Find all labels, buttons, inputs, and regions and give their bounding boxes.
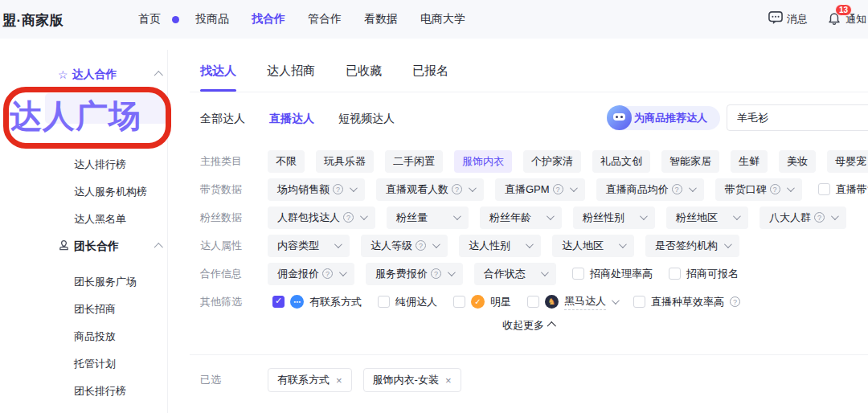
info-icon[interactable]: ?: [814, 212, 825, 223]
sidebar-section-leader[interactable]: 团长合作: [58, 239, 119, 254]
info-icon[interactable]: ?: [770, 184, 780, 194]
dropdown-filter[interactable]: 人群包找达人?: [268, 206, 375, 229]
dropdown-label-group: 粉丝地区: [676, 211, 718, 225]
selected-filter-chip[interactable]: 有联系方式×: [268, 368, 352, 392]
sidebar-item[interactable]: 达人排行榜: [74, 151, 147, 178]
dropdown-filter[interactable]: 达人性别: [459, 235, 541, 257]
sidebar-item[interactable]: 团长排行榜: [74, 378, 137, 405]
tab[interactable]: 已报名: [412, 50, 448, 92]
checkbox-icon[interactable]: [633, 296, 645, 308]
close-icon[interactable]: ×: [336, 374, 342, 386]
dropdown-filter[interactable]: 带货口碑?: [715, 178, 802, 201]
sidebar-item[interactable]: 团长服务广场: [74, 268, 137, 296]
checkbox-filter[interactable]: 招商处理率高: [572, 267, 653, 281]
nav-item[interactable]: 看数据: [364, 12, 398, 27]
nav-item[interactable]: 投商品: [195, 12, 229, 27]
dropdown-filter[interactable]: 达人地区: [552, 235, 634, 257]
checkbox-filter[interactable]: ⋯有联系方式: [272, 295, 362, 309]
sidebar-section-talent[interactable]: ☆ 达人合作: [58, 67, 117, 82]
sidebar-item[interactable]: 团长招商: [74, 296, 137, 323]
dropdown-filter[interactable]: 直播商品均价?: [596, 178, 704, 201]
filter-row: 其他筛选⋯有联系方式纯佣达人✓明星♞黑马达人直播种草效率高?: [190, 288, 868, 316]
talent-type-subtabs: 全部达人直播达人短视频达人: [200, 106, 395, 132]
checkbox-icon[interactable]: [527, 296, 539, 308]
close-icon[interactable]: ×: [445, 374, 452, 386]
info-icon[interactable]: ?: [553, 184, 563, 194]
info-icon[interactable]: ?: [431, 268, 441, 279]
subtab[interactable]: 短视频达人: [338, 112, 395, 126]
checkbox-icon[interactable]: [818, 183, 830, 195]
dropdown-label: 直播观看人数: [386, 182, 448, 197]
sidebar-item[interactable]: 商品投放: [74, 323, 137, 350]
collapse-more-button[interactable]: 收起更多: [190, 318, 868, 333]
dropdown-filter[interactable]: 佣金报价?: [268, 263, 354, 285]
dropdown-filter[interactable]: 达人等级?: [361, 235, 448, 257]
category-chip[interactable]: 美妆: [779, 150, 816, 173]
dropdown-filter[interactable]: 直播GPM?: [495, 178, 585, 201]
subtab[interactable]: 直播达人: [269, 112, 314, 126]
sidebar-item-talent-plaza[interactable]: 达人广场: [10, 94, 141, 138]
dropdown-filter[interactable]: 粉丝性别: [573, 206, 655, 229]
dropdown-filter[interactable]: 粉丝年龄: [480, 206, 562, 229]
category-chip[interactable]: 智能家居: [661, 150, 719, 173]
dropdown-filter[interactable]: 粉丝量: [387, 206, 469, 229]
tab[interactable]: 找达人: [200, 50, 236, 92]
tab[interactable]: 达人招商: [267, 50, 315, 92]
dropdown-filter[interactable]: 直播观看人数?: [376, 178, 484, 201]
nav-item[interactable]: 电商大学: [420, 12, 465, 27]
sidebar-item[interactable]: 达人黑名单: [74, 206, 147, 233]
filter-items: 佣金报价?服务费报价?合作状态招商处理率高招商可报名: [268, 263, 739, 285]
checkbox-checked-icon[interactable]: [272, 296, 285, 308]
caret-down-icon: [339, 268, 347, 276]
category-chip[interactable]: 礼品文创: [592, 150, 650, 173]
info-icon[interactable]: ?: [322, 268, 333, 279]
category-chip[interactable]: 二手闲置: [385, 150, 443, 173]
sidebar-leader-list: 团长服务广场团长招商商品投放托管计划团长排行榜: [74, 268, 137, 405]
dropdown-filter[interactable]: 服务费报价?: [366, 263, 463, 285]
checkbox-icon[interactable]: [572, 268, 584, 280]
checkbox-filter[interactable]: 招商可报名: [669, 267, 739, 281]
checkbox-filter[interactable]: 直播种草效率高?: [633, 295, 740, 309]
category-chip[interactable]: 生鲜: [731, 150, 768, 173]
category-chip[interactable]: 个护家清: [523, 150, 581, 173]
info-icon[interactable]: ?: [452, 184, 462, 194]
checkbox-filter[interactable]: ✓明星: [453, 295, 511, 309]
dropdown-filter[interactable]: 合作状态: [474, 263, 556, 285]
nav-item[interactable]: 找合作: [252, 12, 285, 27]
dropdown-filter[interactable]: 粉丝地区: [666, 206, 748, 229]
selected-filter-chip[interactable]: 服饰内衣-女装×: [363, 368, 461, 392]
dropdown-filter[interactable]: 八大人群?: [760, 206, 846, 229]
dropdown-filter[interactable]: 是否签约机构: [645, 235, 739, 257]
info-icon[interactable]: ?: [333, 184, 343, 194]
checkbox-label: 招商可报名: [686, 267, 739, 281]
dropdown-filter[interactable]: 内容类型: [268, 235, 350, 257]
sidebar-item[interactable]: 达人服务机构榜: [74, 178, 147, 206]
checkbox-icon[interactable]: [669, 268, 681, 280]
search-input[interactable]: [727, 104, 868, 131]
info-icon[interactable]: ?: [343, 212, 354, 223]
checkbox-filter[interactable]: 纯佣达人: [378, 295, 437, 309]
info-icon[interactable]: ?: [730, 296, 740, 307]
checkbox-icon[interactable]: [453, 296, 465, 308]
checkbox-icon[interactable]: [378, 296, 390, 308]
recommend-talent-button[interactable]: 为商品推荐达人: [607, 106, 720, 130]
nav-item[interactable]: 管合作: [308, 12, 342, 27]
category-chip[interactable]: 母婴宠: [827, 150, 868, 173]
subtab[interactable]: 全部达人: [200, 112, 245, 126]
dropdown-label: 粉丝性别: [583, 211, 624, 225]
category-chip[interactable]: 服饰内衣: [454, 150, 512, 173]
caret-down-icon: [733, 212, 741, 220]
checkbox-filter[interactable]: ♞黑马达人: [527, 294, 617, 310]
tab[interactable]: 已收藏: [346, 50, 382, 92]
sidebar-item[interactable]: 托管计划: [74, 350, 137, 378]
category-chip[interactable]: 不限: [268, 150, 305, 173]
notifications-button[interactable]: 13 通知: [827, 11, 866, 28]
info-icon[interactable]: ?: [416, 240, 426, 251]
nav-item[interactable]: 首页: [138, 12, 161, 27]
category-chip[interactable]: 玩具乐器: [316, 150, 374, 173]
dropdown-filter[interactable]: 场均销售额?: [268, 178, 365, 201]
messages-button[interactable]: 消息: [768, 11, 808, 27]
checkbox-filter[interactable]: 直播带货结算率高: [818, 182, 868, 197]
info-icon[interactable]: ?: [672, 184, 682, 194]
dropdown-label-group: 带货口碑?: [725, 182, 780, 197]
